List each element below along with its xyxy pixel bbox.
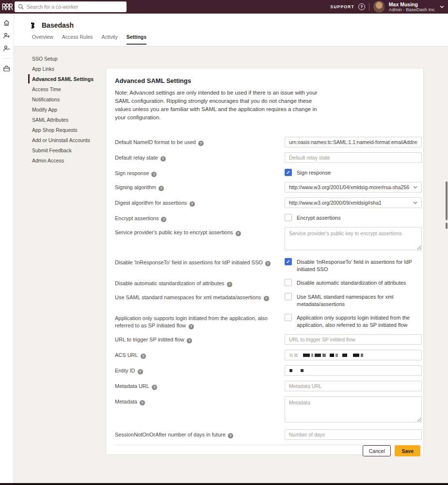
save-button[interactable]: Save	[395, 445, 420, 456]
nav-sso-setup[interactable]: SSO Setup	[32, 56, 105, 62]
support-link[interactable]: SUPPORT	[330, 4, 354, 9]
info-icon[interactable]	[151, 172, 157, 177]
bottom-strip	[0, 483, 448, 485]
info-icon[interactable]	[236, 231, 241, 236]
nav-submit-feedback[interactable]: Submit Feedback	[32, 147, 105, 153]
sp-initiated-only-checkbox[interactable]	[285, 314, 292, 321]
briefcase-icon[interactable]	[3, 65, 10, 72]
cancel-button[interactable]: Cancel	[363, 445, 391, 456]
chevron-down-icon	[413, 201, 417, 204]
sign-response-checkbox[interactable]	[285, 169, 292, 176]
basedash-app-icon	[30, 22, 36, 29]
info-icon[interactable]	[140, 400, 145, 405]
metadata-url-input[interactable]	[285, 381, 422, 391]
panel-title: Advanced SAML Settings	[115, 77, 415, 84]
nav-notifications[interactable]: Notifications	[32, 97, 105, 102]
signing-algorithm-select[interactable]: http://www.w3.org/2001/04/xmldsig-more#r…	[285, 182, 422, 193]
tab-overview[interactable]: Overview	[32, 34, 53, 45]
settings-nav: SSO Setup App Links Advanced SAML Settin…	[32, 56, 105, 168]
entity-id-input[interactable]	[285, 365, 422, 376]
row-encrypt-assertions: Encrypt assertions Encrypt assertions	[115, 213, 422, 222]
remove-user-icon[interactable]	[3, 45, 10, 52]
field-label: Default relay state	[115, 155, 158, 161]
chevron-down-icon[interactable]	[440, 5, 444, 8]
session-days-input[interactable]	[285, 429, 422, 440]
sp-public-key-textarea[interactable]	[285, 227, 422, 250]
info-icon[interactable]	[187, 338, 192, 343]
info-icon[interactable]	[159, 186, 164, 191]
home-icon[interactable]	[3, 19, 10, 27]
field-label: Disable 'InResponseTo' field in assertio…	[115, 259, 263, 265]
nav-app-links[interactable]: App Links	[32, 66, 105, 72]
panel-note: Note: Advanced settings are only intende…	[115, 89, 327, 122]
nav-access-time[interactable]: Access Time	[32, 86, 105, 92]
add-user-icon[interactable]	[3, 32, 10, 39]
info-icon[interactable]	[190, 201, 195, 207]
checkbox-label: Disable 'InResponseTo' field in assertio…	[297, 258, 422, 273]
checkbox-label: Use SAML standard namespaces for xml met…	[297, 293, 422, 308]
metadata-textarea[interactable]	[285, 396, 422, 422]
nav-app-shop-requests[interactable]: App Shop Requests	[32, 127, 105, 133]
tab-activity[interactable]: Activity	[101, 34, 117, 45]
row-metadata-url: Metadata URL	[115, 381, 422, 391]
field-label: Signing algorithm	[115, 184, 156, 190]
advanced-saml-panel: Advanced SAML Settings Note: Advanced se…	[106, 68, 424, 455]
field-label: ACS URL	[115, 352, 138, 358]
info-icon[interactable]	[264, 296, 269, 301]
acs-url-input[interactable]	[285, 350, 422, 360]
nav-admin-access[interactable]: Admin Access	[32, 158, 105, 163]
field-label: Metadata	[115, 399, 137, 404]
nav-modify-app[interactable]: Modify App	[32, 107, 105, 113]
nav-saml-attributes[interactable]: SAML Attributes	[32, 117, 105, 123]
checkbox-label: Disable automatic standardization of att…	[297, 279, 406, 287]
default-relay-state-input[interactable]	[285, 152, 422, 163]
info-icon[interactable]	[161, 217, 166, 222]
field-label: Encrypt assertions	[115, 215, 159, 221]
scrollbar-thumb-small[interactable]	[446, 223, 448, 229]
info-icon[interactable]	[198, 141, 204, 146]
disable-standardization-checkbox[interactable]	[285, 279, 292, 286]
icon-rail	[0, 14, 14, 483]
default-nameid-input[interactable]	[285, 137, 422, 147]
info-icon[interactable]	[228, 433, 233, 438]
row-sign-response: Sign response Sign response	[115, 168, 422, 177]
digest-algorithm-select[interactable]: http://www.w3.org/2000/09/xmldsig#sha1	[285, 197, 422, 208]
user-menu[interactable]: Max Musing Admin · BaseDash Inc.	[389, 1, 436, 13]
rippling-logo[interactable]	[0, 3, 15, 10]
tab-settings[interactable]: Settings	[127, 34, 146, 45]
row-digest-algorithm: Digest algorithm for assertions http://w…	[115, 197, 422, 208]
scrollbar-thumb[interactable]	[446, 181, 448, 220]
encrypt-assertions-checkbox[interactable]	[285, 214, 292, 221]
user-role: Admin · BaseDash Inc.	[389, 7, 436, 13]
row-sp-initiated-only: Application only supports login initiate…	[115, 313, 422, 329]
url-trigger-sp-input[interactable]	[285, 334, 422, 345]
field-label: Use SAML standard namespaces for xml met…	[115, 294, 261, 300]
avatar[interactable]	[373, 1, 385, 13]
info-icon[interactable]	[189, 324, 194, 329]
help-icon[interactable]	[358, 3, 365, 10]
row-standard-namespaces: Use SAML standard namespaces for xml met…	[115, 292, 422, 308]
info-icon[interactable]	[138, 369, 143, 374]
info-icon[interactable]	[160, 156, 166, 162]
rail-divider	[3, 58, 11, 59]
row-sp-public-key: Service provider's public key to encrypt…	[115, 227, 422, 252]
info-icon[interactable]	[265, 261, 271, 266]
content-area: SSO Setup App Links Advanced SAML Settin…	[14, 47, 448, 483]
info-icon[interactable]	[152, 385, 157, 390]
row-signing-algorithm: Signing algorithm http://www.w3.org/2001…	[115, 182, 422, 193]
search-input[interactable]	[27, 4, 123, 10]
user-name: Max Musing	[389, 1, 436, 7]
info-icon[interactable]	[141, 354, 146, 359]
row-default-relay-state: Default relay state	[115, 152, 422, 163]
standard-namespaces-checkbox[interactable]	[285, 293, 292, 300]
nav-add-or-uninstall-accounts[interactable]: Add or Uninstall Accounts	[32, 137, 105, 143]
info-icon[interactable]	[227, 282, 232, 287]
disable-inresponseto-checkbox[interactable]	[285, 258, 292, 265]
chevron-down-icon	[413, 186, 417, 189]
nav-advanced-saml-settings[interactable]: Advanced SAML Settings	[32, 76, 105, 82]
tab-bar: Overview Access Rules Activity Settings	[14, 34, 448, 45]
select-value: http://www.w3.org/2000/09/xmldsig#sha1	[289, 200, 382, 206]
coworker-search[interactable]	[15, 1, 127, 12]
tab-access-rules[interactable]: Access Rules	[62, 34, 93, 45]
field-label: Service provider's public key to encrypt…	[115, 229, 233, 235]
